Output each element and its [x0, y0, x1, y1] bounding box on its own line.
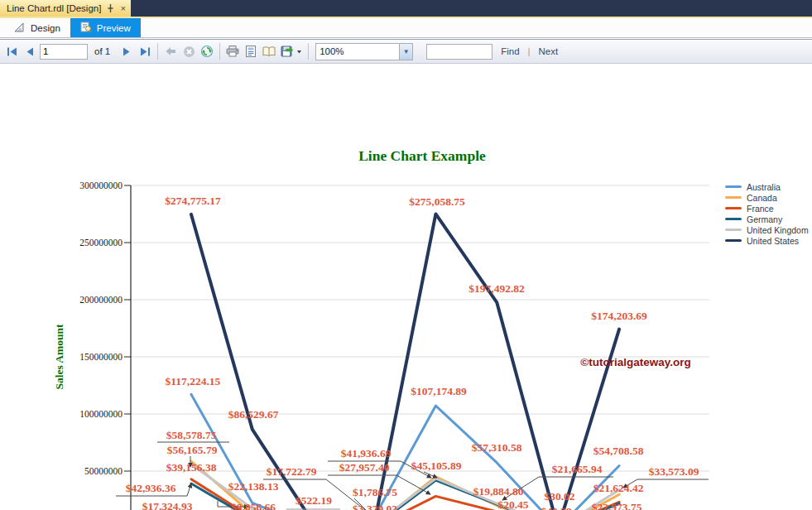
data-label: $57,310.58 — [472, 441, 522, 454]
y-tick-label: 100000000 — [79, 409, 123, 419]
callout-line — [328, 461, 431, 478]
preview-report-icon — [80, 22, 92, 34]
tab-design[interactable]: Design — [4, 18, 70, 37]
legend-label: Canada — [747, 193, 777, 203]
callout-line — [354, 498, 372, 510]
design-tab-label: Design — [31, 23, 60, 33]
legend-swatch — [725, 196, 742, 199]
data-label: $274,775.17 — [165, 195, 221, 207]
callout-line — [623, 479, 637, 488]
watermark: ©tutorialgateway.org — [580, 356, 690, 368]
y-tick-label: 200000000 — [79, 295, 123, 305]
legend-swatch — [725, 218, 742, 220]
previous-page-button[interactable] — [22, 42, 38, 60]
series-line-united-kingdom — [191, 464, 619, 510]
back-button[interactable] — [162, 42, 179, 60]
preview-tab-label: Preview — [97, 23, 131, 33]
data-label: $17,324.93 — [142, 500, 193, 510]
last-page-button[interactable] — [137, 42, 153, 60]
find-input[interactable] — [426, 44, 492, 60]
report-preview-area: 0500000001000000001500000002000000002500… — [0, 65, 812, 510]
document-tab-bar: Line Chart.rdl [Design] × — [0, 0, 812, 18]
close-icon[interactable]: × — [120, 4, 125, 13]
y-axis-title: Sales Amount — [53, 324, 65, 390]
line-chart: 0500000001000000001500000002000000002500… — [0, 65, 812, 510]
toolbar-separator — [308, 43, 309, 60]
legend-label: Germany — [747, 214, 782, 224]
legend-item: United Kingdom — [725, 225, 809, 235]
data-label: $27,957.40 — [339, 461, 390, 474]
series-line-united-states — [191, 214, 619, 510]
data-label: $56,165.79 — [167, 444, 218, 456]
zoom-select[interactable]: 100% ▼ — [315, 43, 413, 60]
page-number-input[interactable] — [40, 44, 88, 60]
data-label: $1,786.75 — [353, 486, 397, 498]
refresh-icon[interactable] — [199, 42, 215, 60]
data-label: $197,492.82 — [468, 282, 525, 295]
data-label: $107,174.89 — [411, 385, 467, 397]
data-label: $54,708.58 — [593, 445, 644, 457]
next-page-button[interactable] — [118, 42, 135, 60]
toolbar-separator — [219, 43, 220, 60]
callout-line — [116, 484, 191, 496]
data-label: $275,058.75 — [409, 195, 465, 208]
first-page-button[interactable] — [3, 42, 20, 60]
page-count-label: of 1 — [94, 46, 110, 56]
data-label: $45,105.89 — [411, 459, 462, 472]
callout-line — [218, 501, 248, 507]
zoom-value: 100% — [316, 46, 399, 56]
chart-legend: AustraliaCanadaFranceGermanyUnited Kingd… — [725, 182, 809, 246]
page-setup-icon[interactable] — [261, 42, 277, 60]
document-tab-title: Line Chart.rdl [Design] — [7, 3, 101, 13]
callout-line — [502, 477, 539, 500]
data-label: $41,936.69 — [341, 447, 392, 459]
legend-label: Australia — [747, 182, 781, 192]
find-button[interactable]: Find — [501, 46, 519, 56]
export-icon[interactable] — [279, 42, 304, 60]
series-line-germany — [191, 480, 619, 510]
callout-line — [424, 472, 437, 478]
legend-label: United Kingdom — [747, 225, 809, 235]
next-button[interactable]: Next — [539, 46, 559, 56]
data-label: $21,665.94 — [552, 463, 603, 475]
document-tab[interactable]: Line Chart.rdl [Design] × — [0, 0, 131, 17]
data-label: $20.45 — [497, 498, 528, 510]
print-icon[interactable] — [224, 42, 241, 60]
series-line-france — [191, 479, 619, 510]
callout-line — [263, 479, 373, 510]
callout-line — [328, 475, 430, 494]
legend-item: Australia — [725, 182, 809, 192]
chevron-down-icon[interactable]: ▼ — [399, 44, 412, 60]
legend-swatch — [725, 207, 742, 209]
data-label: $22,973.75 — [592, 501, 642, 510]
legend-item: Germany — [725, 214, 809, 224]
data-label: $174,203.69 — [591, 310, 647, 322]
pin-icon[interactable] — [107, 4, 114, 13]
data-label: $22,138.13 — [228, 480, 279, 493]
axis-line — [131, 185, 709, 510]
data-label: $39,156.38 — [166, 461, 217, 474]
legend-swatch — [725, 229, 742, 231]
data-label: $17,722.79 — [267, 465, 317, 478]
series-line-canada — [191, 461, 619, 510]
data-label: $30.02 — [544, 490, 574, 503]
data-label: $86,529.67 — [228, 408, 279, 421]
legend-label: United States — [747, 236, 799, 246]
data-label: $33,573.09 — [649, 465, 699, 478]
chart-title: Line Chart Example — [358, 147, 486, 164]
legend-item: Canada — [725, 193, 809, 203]
legend-item: France — [725, 204, 809, 214]
print-layout-icon[interactable] — [243, 42, 259, 60]
legend-swatch — [725, 239, 742, 242]
view-tab-strip: Design Preview — [0, 18, 812, 38]
data-label: $19,884.80 — [473, 485, 524, 498]
data-label: $3,329.02 — [353, 503, 397, 510]
series-line-australia — [191, 394, 619, 510]
y-tick-label: 150000000 — [79, 352, 123, 362]
legend-swatch — [725, 185, 742, 188]
stop-button[interactable] — [180, 42, 197, 60]
legend-label: France — [747, 204, 774, 214]
legend-item: United States — [725, 236, 809, 246]
preview-toolbar: of 1 100% ▼ — [0, 39, 812, 64]
tab-preview[interactable]: Preview — [70, 18, 141, 37]
